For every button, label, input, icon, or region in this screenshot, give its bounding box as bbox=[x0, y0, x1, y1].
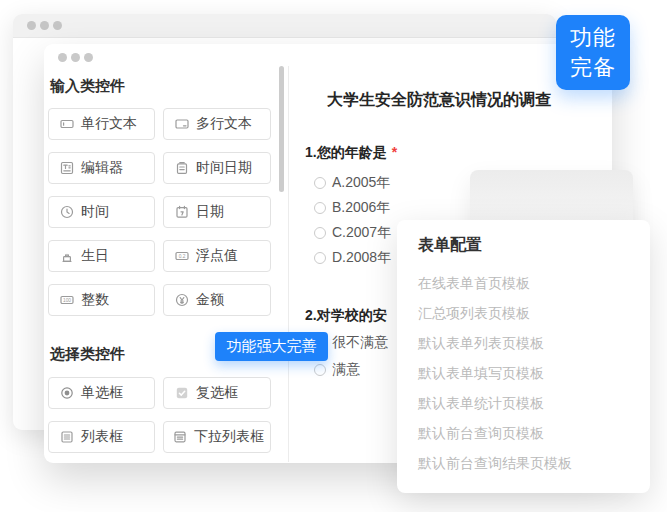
dropdown-listbox-icon bbox=[173, 430, 187, 444]
control-button-float[interactable]: 0.2 浮点值 bbox=[163, 240, 271, 272]
feature-badge-line2: 完备 bbox=[570, 53, 616, 83]
scrollbar-thumb[interactable] bbox=[279, 66, 284, 192]
option-label: A.2005年 bbox=[332, 174, 390, 192]
listbox-icon bbox=[60, 430, 74, 444]
control-button-label: 列表框 bbox=[81, 428, 123, 446]
config-item-online-form-home[interactable]: 在线表单首页模板 bbox=[418, 273, 530, 293]
multi-line-text-icon bbox=[175, 117, 189, 131]
control-button-money[interactable]: 金额 bbox=[163, 284, 271, 316]
control-button-radio[interactable]: 单选框 bbox=[48, 377, 155, 409]
control-button-label: 金额 bbox=[196, 291, 224, 309]
form-config-panel: 表单配置 在线表单首页模板 汇总项列表页模板 默认表单列表页模板 默认表单填写页… bbox=[397, 220, 650, 493]
svg-text:100: 100 bbox=[63, 298, 71, 303]
option-label: C.2007年 bbox=[332, 224, 391, 242]
section-heading-input-controls: 输入类控件 bbox=[50, 77, 125, 96]
control-button-single-line-text[interactable]: 单行文本 bbox=[48, 108, 155, 140]
question-1-option-a[interactable]: A.2005年 bbox=[314, 174, 390, 192]
control-button-dropdown-listbox[interactable]: 下拉列表框 bbox=[163, 421, 271, 453]
question-1-text: 1.您的年龄是 bbox=[305, 144, 387, 160]
radio-icon bbox=[60, 386, 74, 400]
section-heading-select-controls: 选择类控件 bbox=[50, 345, 125, 364]
config-item-front-query[interactable]: 默认前台查询页模板 bbox=[418, 423, 544, 443]
window-dot bbox=[58, 53, 67, 62]
control-button-time[interactable]: 时间 bbox=[48, 196, 155, 228]
form-title: 大学生安全防范意识情况的调查 bbox=[289, 90, 589, 111]
control-button-label: 单行文本 bbox=[81, 115, 137, 133]
config-item-default-stats[interactable]: 默认表单统计页模板 bbox=[418, 393, 544, 413]
option-label: 很不满意 bbox=[332, 334, 388, 352]
control-button-birthday[interactable]: 生日 bbox=[48, 240, 155, 272]
single-line-text-icon bbox=[60, 117, 74, 131]
window-dot bbox=[84, 53, 93, 62]
option-label: 满意 bbox=[332, 361, 360, 379]
question-2-option-2[interactable]: 满意 bbox=[314, 361, 360, 379]
config-item-front-query-result[interactable]: 默认前台查询结果页模板 bbox=[418, 453, 572, 473]
datetime-icon bbox=[175, 161, 189, 175]
control-button-label: 编辑器 bbox=[81, 159, 123, 177]
control-button-editor[interactable]: 编辑器 bbox=[48, 152, 155, 184]
control-button-label: 多行文本 bbox=[196, 115, 252, 133]
money-icon bbox=[175, 293, 189, 307]
background-window-titlebar bbox=[13, 14, 556, 38]
question-1-option-d[interactable]: D.2008年 bbox=[314, 249, 391, 267]
control-button-integer[interactable]: 100 整数 bbox=[48, 284, 155, 316]
integer-icon: 100 bbox=[60, 293, 74, 307]
control-button-date[interactable]: 日期 bbox=[163, 196, 271, 228]
config-item-default-fill[interactable]: 默认表单填写页模板 bbox=[418, 363, 544, 383]
control-button-label: 生日 bbox=[81, 247, 109, 265]
question-2-text: 2.对学校的安 bbox=[305, 307, 387, 323]
option-label: B.2006年 bbox=[332, 199, 390, 217]
control-button-label: 复选框 bbox=[196, 384, 238, 402]
panel-divider bbox=[288, 66, 289, 462]
control-button-datetime[interactable]: 时间日期 bbox=[163, 152, 271, 184]
feature-badge-line1: 功能 bbox=[570, 23, 616, 53]
radio-button[interactable] bbox=[314, 252, 326, 264]
required-marker: * bbox=[392, 144, 397, 160]
control-button-label: 下拉列表框 bbox=[194, 428, 264, 446]
window-dot bbox=[53, 21, 62, 30]
radio-button[interactable] bbox=[314, 364, 326, 376]
checkbox-icon bbox=[175, 386, 189, 400]
control-button-label: 日期 bbox=[196, 203, 224, 221]
control-button-listbox[interactable]: 列表框 bbox=[48, 421, 155, 453]
radio-button[interactable] bbox=[314, 177, 326, 189]
option-label: D.2008年 bbox=[332, 249, 391, 267]
control-button-multi-line-text[interactable]: 多行文本 bbox=[163, 108, 271, 140]
birthday-cake-icon bbox=[60, 249, 74, 263]
time-icon bbox=[60, 205, 74, 219]
window-dot bbox=[27, 21, 36, 30]
question-1-option-c[interactable]: C.2007年 bbox=[314, 224, 391, 242]
form-config-title: 表单配置 bbox=[418, 235, 482, 256]
radio-button[interactable] bbox=[314, 227, 326, 239]
radio-button[interactable] bbox=[314, 202, 326, 214]
question-1-option-b[interactable]: B.2006年 bbox=[314, 199, 390, 217]
control-button-label: 时间日期 bbox=[196, 159, 252, 177]
control-button-label: 整数 bbox=[81, 291, 109, 309]
app-window-dots bbox=[58, 53, 93, 62]
editor-icon bbox=[60, 161, 74, 175]
feature-badge: 功能 完备 bbox=[556, 15, 630, 90]
control-button-label: 浮点值 bbox=[196, 247, 238, 265]
date-icon bbox=[175, 205, 189, 219]
window-dot bbox=[40, 21, 49, 30]
feature-callout-button: 功能强大完善 bbox=[215, 332, 328, 361]
svg-text:0.2: 0.2 bbox=[179, 254, 186, 259]
question-1-label: 1.您的年龄是* bbox=[305, 144, 397, 162]
control-button-label: 时间 bbox=[81, 203, 109, 221]
config-item-default-list[interactable]: 默认表单列表页模板 bbox=[418, 333, 544, 353]
question-2-label: 2.对学校的安 bbox=[305, 307, 387, 325]
window-dot bbox=[71, 53, 80, 62]
float-number-icon: 0.2 bbox=[175, 249, 189, 263]
control-button-label: 单选框 bbox=[81, 384, 123, 402]
control-button-checkbox[interactable]: 复选框 bbox=[163, 377, 271, 409]
config-item-summary-list[interactable]: 汇总项列表页模板 bbox=[418, 303, 530, 323]
